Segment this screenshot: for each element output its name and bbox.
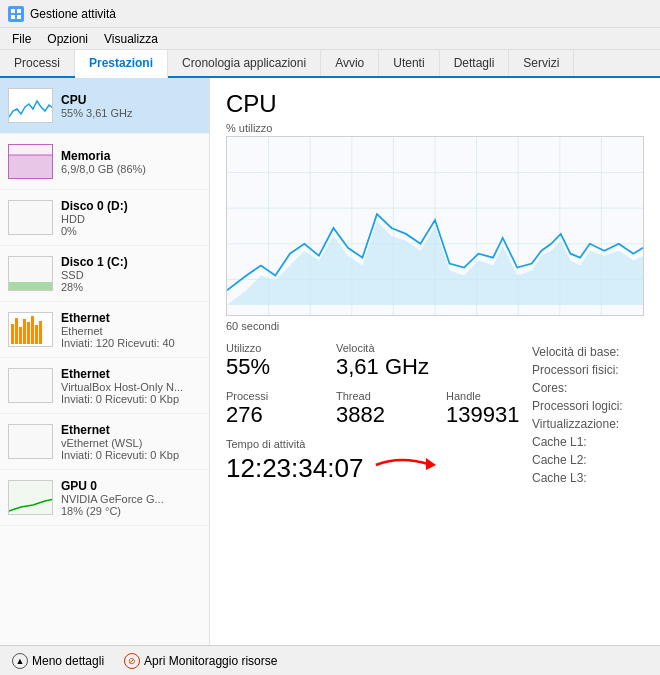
uptime-row: 12:23:34:07 xyxy=(226,450,526,486)
disk0-label: Disco 0 (D:) xyxy=(61,199,201,213)
right-stat-value: 256 KB xyxy=(652,434,660,450)
stat-velocita: Velocità 3,61 GHz xyxy=(336,342,429,380)
svg-marker-26 xyxy=(227,221,643,305)
cpu-label: CPU xyxy=(61,93,201,107)
sidebar-item-disk1[interactable]: Disco 1 (C:) SSD 28% xyxy=(0,246,209,302)
gpu0-sub2: 18% (29 °C) xyxy=(61,505,201,517)
stat-handle: Handle 139931 xyxy=(446,390,526,428)
processi-label: Processi xyxy=(226,390,306,402)
menu-options[interactable]: Opzioni xyxy=(39,30,96,48)
chart-label: % utilizzo xyxy=(226,122,644,134)
right-stats-table: Velocità di base: 3,40 GHz Processori fi… xyxy=(526,342,660,488)
right-stat-label: Cores: xyxy=(528,380,650,396)
meno-dettagli-btn[interactable]: ▲ Meno dettagli xyxy=(12,653,104,669)
disk0-sub1: HDD xyxy=(61,213,201,225)
ethernet0-label: Ethernet xyxy=(61,311,201,325)
ethernet0-sub1: Ethernet xyxy=(61,325,201,337)
disk1-thumbnail xyxy=(8,256,53,291)
sidebar-item-cpu[interactable]: CPU 55% 3,61 GHz xyxy=(0,78,209,134)
ethernet2-thumbnail xyxy=(8,424,53,459)
left-stats: Utilizzo 55% Velocità 3,61 GHz Processi … xyxy=(226,342,526,490)
sidebar-item-ethernet1[interactable]: Ethernet VirtualBox Host-Only N... Invia… xyxy=(0,358,209,414)
uptime-value: 12:23:34:07 xyxy=(226,453,363,484)
menu-view[interactable]: Visualizza xyxy=(96,30,166,48)
collapse-icon: ▲ xyxy=(12,653,28,669)
sidebar-item-disk0[interactable]: Disco 0 (D:) HDD 0% xyxy=(0,190,209,246)
ethernet2-label: Ethernet xyxy=(61,423,201,437)
svg-rect-1 xyxy=(17,9,21,13)
ethernet0-sub2: Inviati: 120 Ricevuti: 40 xyxy=(61,337,201,349)
tab-processi[interactable]: Processi xyxy=(0,50,75,76)
cpu-chart xyxy=(226,136,644,316)
disk1-sub1: SSD xyxy=(61,269,201,281)
tab-prestazioni[interactable]: Prestazioni xyxy=(75,50,168,78)
menu-bar: File Opzioni Visualizza xyxy=(0,28,660,50)
tab-dettagli[interactable]: Dettagli xyxy=(440,50,510,76)
stat-utilizzo: Utilizzo 55% xyxy=(226,342,306,380)
uptime-label: Tempo di attività xyxy=(226,438,526,450)
right-stat-value: 4 xyxy=(652,398,660,414)
window-title: Gestione attività xyxy=(30,7,116,21)
ethernet0-sidebar-info: Ethernet Ethernet Inviati: 120 Ricevuti:… xyxy=(61,311,201,349)
disk1-label: Disco 1 (C:) xyxy=(61,255,201,269)
tab-bar: Processi Prestazioni Cronologia applicaz… xyxy=(0,50,660,78)
right-stat-label: Cache L2: xyxy=(528,452,650,468)
menu-file[interactable]: File xyxy=(4,30,39,48)
right-stat-label: Processori fisici: xyxy=(528,362,650,378)
disk1-sidebar-info: Disco 1 (C:) SSD 28% xyxy=(61,255,201,293)
ethernet2-sub1: vEthernet (WSL) xyxy=(61,437,201,449)
right-stat-value: 6,0 MB xyxy=(652,470,660,486)
utilizzo-value: 55% xyxy=(226,354,306,380)
stat-thread: Thread 3882 xyxy=(336,390,416,428)
gpu0-sidebar-info: GPU 0 NVIDIA GeForce G... 18% (29 °C) xyxy=(61,479,201,517)
right-stat-row: Processori fisici: 1 xyxy=(528,362,660,378)
disk0-sidebar-info: Disco 0 (D:) HDD 0% xyxy=(61,199,201,237)
thread-label: Thread xyxy=(336,390,416,402)
tab-avvio[interactable]: Avvio xyxy=(321,50,379,76)
app-icon xyxy=(8,6,24,22)
svg-rect-0 xyxy=(11,9,15,13)
monitoraggio-icon: ⊘ xyxy=(124,653,140,669)
stats-row-2: Processi 276 Thread 3882 Handle 139931 xyxy=(226,390,526,428)
svg-rect-11 xyxy=(9,425,53,459)
gpu0-sub1: NVIDIA GeForce G... xyxy=(61,493,201,505)
right-stat-label: Processori logici: xyxy=(528,398,650,414)
disk0-sub2: 0% xyxy=(61,225,201,237)
sidebar-item-ethernet2[interactable]: Ethernet vEthernet (WSL) Inviati: 0 Rice… xyxy=(0,414,209,470)
ethernet1-sub1: VirtualBox Host-Only N... xyxy=(61,381,201,393)
stats-row-1: Utilizzo 55% Velocità 3,61 GHz xyxy=(226,342,526,380)
disk1-sub2: 28% xyxy=(61,281,201,293)
tab-utenti[interactable]: Utenti xyxy=(379,50,439,76)
memory-sub: 6,9/8,0 GB (86%) xyxy=(61,163,201,175)
chart-time-label: 60 secondi xyxy=(226,320,644,332)
sidebar-item-ethernet0[interactable]: Ethernet Ethernet Inviati: 120 Ricevuti:… xyxy=(0,302,209,358)
ethernet1-label: Ethernet xyxy=(61,367,201,381)
sidebar-item-gpu0[interactable]: GPU 0 NVIDIA GeForce G... 18% (29 °C) xyxy=(0,470,209,526)
right-stat-value: 1 xyxy=(652,362,660,378)
thread-value: 3882 xyxy=(336,402,416,428)
svg-rect-3 xyxy=(17,15,21,19)
right-stat-label: Cache L3: xyxy=(528,470,650,486)
velocita-value: 3,61 GHz xyxy=(336,354,429,380)
monitoraggio-label: Apri Monitoraggio risorse xyxy=(144,654,277,668)
right-stat-row: Virtualizzazione: Abilitato xyxy=(528,416,660,432)
monitoraggio-btn[interactable]: ⊘ Apri Monitoraggio risorse xyxy=(124,653,277,669)
right-stat-value: 4 xyxy=(652,380,660,396)
stat-processi: Processi 276 xyxy=(226,390,306,428)
right-stat-label: Virtualizzazione: xyxy=(528,416,650,432)
right-stat-label: Velocità di base: xyxy=(528,344,650,360)
utilizzo-label: Utilizzo xyxy=(226,342,306,354)
svg-rect-9 xyxy=(9,282,53,291)
tab-servizi[interactable]: Servizi xyxy=(509,50,574,76)
gpu0-label: GPU 0 xyxy=(61,479,201,493)
right-stat-value: 3,40 GHz xyxy=(652,344,660,360)
right-stat-row: Cache L2: 1,0 MB xyxy=(528,452,660,468)
ethernet2-sidebar-info: Ethernet vEthernet (WSL) Inviati: 0 Rice… xyxy=(61,423,201,461)
tab-cronologia[interactable]: Cronologia applicazioni xyxy=(168,50,321,76)
right-stat-label: Cache L1: xyxy=(528,434,650,450)
ethernet1-sub2: Inviati: 0 Ricevuti: 0 Kbp xyxy=(61,393,201,405)
sidebar-item-memory[interactable]: Memoria 6,9/8,0 GB (86%) xyxy=(0,134,209,190)
ethernet1-thumbnail xyxy=(8,368,53,403)
uptime-section: Tempo di attività 12:23:34:07 xyxy=(226,438,526,486)
ethernet1-sidebar-info: Ethernet VirtualBox Host-Only N... Invia… xyxy=(61,367,201,405)
